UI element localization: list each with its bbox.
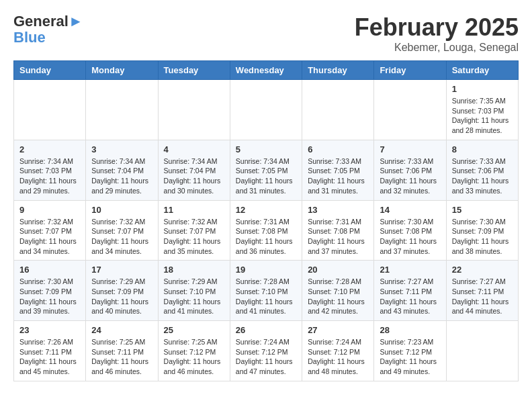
weekday-header-monday: Monday bbox=[86, 61, 158, 80]
day-info: Sunrise: 7:25 AM Sunset: 7:12 PM Dayligh… bbox=[164, 337, 224, 377]
day-number: 6 bbox=[308, 144, 368, 154]
day-info: Sunrise: 7:24 AM Sunset: 7:12 PM Dayligh… bbox=[236, 337, 296, 377]
day-info: Sunrise: 7:33 AM Sunset: 7:05 PM Dayligh… bbox=[308, 156, 368, 196]
calendar-cell: 12Sunrise: 7:31 AM Sunset: 7:08 PM Dayli… bbox=[230, 200, 302, 261]
title-block: February 2025 Kebemer, Louga, Senegal bbox=[355, 13, 519, 54]
calendar-cell: 18Sunrise: 7:29 AM Sunset: 7:10 PM Dayli… bbox=[158, 261, 230, 321]
day-info: Sunrise: 7:29 AM Sunset: 7:09 PM Dayligh… bbox=[91, 277, 152, 316]
calendar-cell bbox=[374, 80, 446, 140]
subtitle: Kebemer, Louga, Senegal bbox=[355, 42, 519, 54]
calendar-cell: 8Sunrise: 7:33 AM Sunset: 7:06 PM Daylig… bbox=[446, 140, 518, 200]
day-number: 24 bbox=[91, 325, 152, 335]
calendar-cell: 15Sunrise: 7:30 AM Sunset: 7:09 PM Dayli… bbox=[446, 200, 518, 261]
day-number: 21 bbox=[380, 265, 440, 275]
calendar-cell: 24Sunrise: 7:25 AM Sunset: 7:11 PM Dayli… bbox=[86, 321, 158, 381]
calendar-cell: 11Sunrise: 7:32 AM Sunset: 7:07 PM Dayli… bbox=[158, 200, 230, 261]
day-info: Sunrise: 7:34 AM Sunset: 7:05 PM Dayligh… bbox=[236, 156, 296, 196]
week-row-4: 23Sunrise: 7:26 AM Sunset: 7:11 PM Dayli… bbox=[14, 321, 519, 381]
calendar-cell: 16Sunrise: 7:30 AM Sunset: 7:09 PM Dayli… bbox=[14, 261, 86, 321]
calendar-table: SundayMondayTuesdayWednesdayThursdayFrid… bbox=[13, 60, 519, 381]
day-info: Sunrise: 7:30 AM Sunset: 7:09 PM Dayligh… bbox=[19, 277, 80, 316]
logo-text-line2: Blue bbox=[13, 30, 83, 46]
calendar-cell: 6Sunrise: 7:33 AM Sunset: 7:05 PM Daylig… bbox=[302, 140, 374, 200]
weekday-header-friday: Friday bbox=[374, 61, 446, 80]
weekday-header-row: SundayMondayTuesdayWednesdayThursdayFrid… bbox=[14, 61, 519, 80]
day-number: 20 bbox=[308, 265, 368, 275]
calendar-cell: 19Sunrise: 7:28 AM Sunset: 7:10 PM Dayli… bbox=[230, 261, 302, 321]
day-info: Sunrise: 7:31 AM Sunset: 7:08 PM Dayligh… bbox=[308, 217, 368, 257]
day-info: Sunrise: 7:32 AM Sunset: 7:07 PM Dayligh… bbox=[91, 217, 152, 257]
calendar-cell bbox=[158, 80, 230, 140]
calendar-cell: 7Sunrise: 7:33 AM Sunset: 7:06 PM Daylig… bbox=[374, 140, 446, 200]
day-number: 15 bbox=[452, 205, 513, 215]
day-info: Sunrise: 7:35 AM Sunset: 7:03 PM Dayligh… bbox=[452, 96, 513, 136]
weekday-header-saturday: Saturday bbox=[446, 61, 518, 80]
day-number: 22 bbox=[452, 265, 513, 275]
day-info: Sunrise: 7:32 AM Sunset: 7:07 PM Dayligh… bbox=[164, 217, 224, 257]
day-number: 23 bbox=[19, 325, 80, 335]
week-row-1: 2Sunrise: 7:34 AM Sunset: 7:03 PM Daylig… bbox=[14, 140, 519, 200]
calendar-cell: 21Sunrise: 7:27 AM Sunset: 7:11 PM Dayli… bbox=[374, 261, 446, 321]
day-number: 1 bbox=[452, 84, 513, 94]
day-info: Sunrise: 7:27 AM Sunset: 7:11 PM Dayligh… bbox=[452, 277, 513, 316]
week-row-0: 1Sunrise: 7:35 AM Sunset: 7:03 PM Daylig… bbox=[14, 80, 519, 140]
calendar-cell: 26Sunrise: 7:24 AM Sunset: 7:12 PM Dayli… bbox=[230, 321, 302, 381]
calendar-cell: 17Sunrise: 7:29 AM Sunset: 7:09 PM Dayli… bbox=[86, 261, 158, 321]
day-number: 9 bbox=[19, 205, 80, 215]
day-number: 13 bbox=[308, 205, 368, 215]
calendar-cell bbox=[86, 80, 158, 140]
day-info: Sunrise: 7:27 AM Sunset: 7:11 PM Dayligh… bbox=[380, 277, 440, 316]
day-info: Sunrise: 7:33 AM Sunset: 7:06 PM Dayligh… bbox=[452, 156, 513, 196]
day-info: Sunrise: 7:29 AM Sunset: 7:10 PM Dayligh… bbox=[164, 277, 224, 316]
day-number: 11 bbox=[164, 205, 224, 215]
calendar-cell: 20Sunrise: 7:28 AM Sunset: 7:10 PM Dayli… bbox=[302, 261, 374, 321]
day-number: 16 bbox=[19, 265, 80, 275]
day-number: 3 bbox=[91, 144, 152, 154]
day-info: Sunrise: 7:34 AM Sunset: 7:04 PM Dayligh… bbox=[164, 156, 224, 196]
day-info: Sunrise: 7:24 AM Sunset: 7:12 PM Dayligh… bbox=[308, 337, 368, 377]
weekday-header-wednesday: Wednesday bbox=[230, 61, 302, 80]
day-info: Sunrise: 7:26 AM Sunset: 7:11 PM Dayligh… bbox=[19, 337, 80, 377]
day-number: 27 bbox=[308, 325, 368, 335]
calendar-cell bbox=[446, 321, 518, 381]
calendar-cell: 5Sunrise: 7:34 AM Sunset: 7:05 PM Daylig… bbox=[230, 140, 302, 200]
calendar-cell: 1Sunrise: 7:35 AM Sunset: 7:03 PM Daylig… bbox=[446, 80, 518, 140]
week-row-3: 16Sunrise: 7:30 AM Sunset: 7:09 PM Dayli… bbox=[14, 261, 519, 321]
day-number: 7 bbox=[380, 144, 440, 154]
day-info: Sunrise: 7:25 AM Sunset: 7:11 PM Dayligh… bbox=[91, 337, 152, 377]
weekday-header-sunday: Sunday bbox=[14, 61, 86, 80]
day-number: 5 bbox=[236, 144, 296, 154]
calendar-cell: 22Sunrise: 7:27 AM Sunset: 7:11 PM Dayli… bbox=[446, 261, 518, 321]
calendar-cell: 28Sunrise: 7:23 AM Sunset: 7:12 PM Dayli… bbox=[374, 321, 446, 381]
day-info: Sunrise: 7:33 AM Sunset: 7:06 PM Dayligh… bbox=[380, 156, 440, 196]
day-info: Sunrise: 7:34 AM Sunset: 7:03 PM Dayligh… bbox=[19, 156, 80, 196]
calendar-cell: 13Sunrise: 7:31 AM Sunset: 7:08 PM Dayli… bbox=[302, 200, 374, 261]
logo: General► Blue bbox=[13, 13, 83, 46]
day-info: Sunrise: 7:30 AM Sunset: 7:08 PM Dayligh… bbox=[380, 217, 440, 257]
day-info: Sunrise: 7:34 AM Sunset: 7:04 PM Dayligh… bbox=[91, 156, 152, 196]
day-number: 8 bbox=[452, 144, 513, 154]
calendar-cell bbox=[230, 80, 302, 140]
weekday-header-tuesday: Tuesday bbox=[158, 61, 230, 80]
calendar-cell bbox=[14, 80, 86, 140]
day-number: 17 bbox=[91, 265, 152, 275]
day-number: 28 bbox=[380, 325, 440, 335]
day-info: Sunrise: 7:31 AM Sunset: 7:08 PM Dayligh… bbox=[236, 217, 296, 257]
month-title: February 2025 bbox=[355, 13, 519, 42]
day-info: Sunrise: 7:28 AM Sunset: 7:10 PM Dayligh… bbox=[236, 277, 296, 316]
day-number: 25 bbox=[164, 325, 224, 335]
calendar-cell: 25Sunrise: 7:25 AM Sunset: 7:12 PM Dayli… bbox=[158, 321, 230, 381]
day-number: 4 bbox=[164, 144, 224, 154]
weekday-header-thursday: Thursday bbox=[302, 61, 374, 80]
calendar-cell: 14Sunrise: 7:30 AM Sunset: 7:08 PM Dayli… bbox=[374, 200, 446, 261]
calendar-cell: 23Sunrise: 7:26 AM Sunset: 7:11 PM Dayli… bbox=[14, 321, 86, 381]
calendar-cell bbox=[302, 80, 374, 140]
day-info: Sunrise: 7:23 AM Sunset: 7:12 PM Dayligh… bbox=[380, 337, 440, 377]
calendar-cell: 27Sunrise: 7:24 AM Sunset: 7:12 PM Dayli… bbox=[302, 321, 374, 381]
page-header: General► Blue February 2025 Kebemer, Lou… bbox=[13, 13, 519, 54]
logo-text-line1: General► bbox=[13, 13, 83, 30]
day-info: Sunrise: 7:30 AM Sunset: 7:09 PM Dayligh… bbox=[452, 217, 513, 257]
day-number: 12 bbox=[236, 205, 296, 215]
day-info: Sunrise: 7:32 AM Sunset: 7:07 PM Dayligh… bbox=[19, 217, 80, 257]
calendar-cell: 10Sunrise: 7:32 AM Sunset: 7:07 PM Dayli… bbox=[86, 200, 158, 261]
